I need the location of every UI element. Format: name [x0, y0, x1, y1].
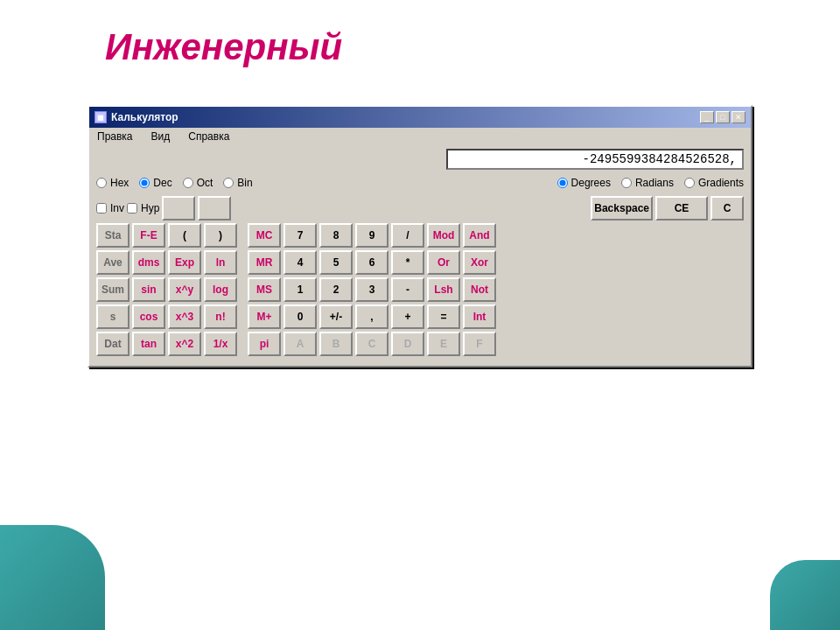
calculator-window: ▦ Калькулятор _ □ ✕ Правка Вид Справка -… [88, 105, 752, 368]
btn-xor[interactable]: Xor [463, 250, 496, 275]
btn-c-hex[interactable]: C [355, 332, 388, 356]
menu-item-pravka[interactable]: Правка [94, 130, 136, 144]
radio-oct[interactable]: Oct [183, 177, 214, 189]
btn-mplus[interactable]: M+ [248, 304, 281, 329]
btn-minus[interactable]: - [391, 277, 424, 302]
title-bar-left: ▦ Калькулятор [94, 111, 178, 123]
btn-backspace[interactable]: Backspace [591, 196, 653, 220]
btn-row-4: s cos x^3 n! M+ 0 +/- , + = Int [96, 304, 744, 329]
radio-gradients-input[interactable] [684, 178, 695, 188]
radio-dec-input[interactable] [139, 178, 150, 188]
btn-not[interactable]: Not [463, 277, 496, 302]
radio-gradients-label: Gradients [698, 177, 744, 189]
radio-radians-input[interactable] [621, 178, 632, 188]
btn-dat[interactable]: Dat [96, 332, 130, 356]
buttons-area: Inv Hyp Backspace CE C Sta F-E ( ) MC 7 … [89, 192, 751, 366]
btn-ms[interactable]: MS [248, 277, 281, 302]
btn-3[interactable]: 3 [355, 277, 388, 302]
menu-item-spravka[interactable]: Справка [186, 130, 232, 144]
radio-hex[interactable]: Hex [96, 177, 129, 189]
btn-e[interactable]: E [427, 332, 460, 356]
btn-pi[interactable]: pi [248, 332, 281, 356]
btn-multiply[interactable]: * [391, 250, 424, 275]
btn-5[interactable]: 5 [319, 250, 353, 275]
radio-gradients[interactable]: Gradients [684, 177, 744, 189]
btn-a[interactable]: A [284, 332, 317, 356]
btn-cos[interactable]: cos [132, 304, 165, 329]
btn-row-checkboxes: Inv Hyp Backspace CE C [96, 196, 744, 220]
btn-fe[interactable]: F-E [132, 223, 165, 248]
checkbox-inv-group: Inv [96, 196, 124, 220]
btn-or[interactable]: Or [427, 250, 460, 275]
radio-radians[interactable]: Radians [621, 177, 674, 189]
btn-xy[interactable]: x^y [168, 277, 201, 302]
window-title: Калькулятор [111, 111, 178, 123]
btn-exp[interactable]: Exp [168, 250, 201, 275]
btn-x2[interactable]: x^2 [168, 332, 201, 356]
bg-decoration-left [0, 525, 105, 630]
btn-7[interactable]: 7 [284, 223, 317, 248]
btn-plusminus[interactable]: +/- [319, 304, 353, 329]
btn-divide[interactable]: / [391, 223, 424, 248]
btn-tan[interactable]: tan [132, 332, 165, 356]
btn-ln[interactable]: ln [204, 250, 237, 275]
btn-lsh[interactable]: Lsh [427, 277, 460, 302]
radio-oct-input[interactable] [183, 178, 193, 188]
btn-1[interactable]: 1 [284, 277, 317, 302]
btn-sum[interactable]: Sum [96, 277, 130, 302]
btn-mc[interactable]: MC [248, 223, 281, 248]
btn-open-paren[interactable]: ( [168, 223, 201, 248]
app-icon: ▦ [94, 111, 107, 123]
btn-d[interactable]: D [391, 332, 424, 356]
radio-dec[interactable]: Dec [139, 177, 172, 189]
btn-b[interactable]: B [319, 332, 353, 356]
radio-bin-label: Bin [237, 177, 252, 189]
btn-0[interactable]: 0 [284, 304, 317, 329]
btn-factorial[interactable]: n! [204, 304, 237, 329]
radio-bin-input[interactable] [223, 178, 234, 188]
minimize-button[interactable]: _ [700, 111, 714, 123]
radio-degrees-label: Degrees [571, 177, 611, 189]
btn-sin[interactable]: sin [132, 277, 165, 302]
btn-close-paren[interactable]: ) [204, 223, 237, 248]
btn-mod[interactable]: Mod [427, 223, 460, 248]
btn-ce[interactable]: CE [655, 196, 708, 220]
btn-comma[interactable]: , [355, 304, 388, 329]
btn-2[interactable]: 2 [319, 277, 353, 302]
checkbox-hyp[interactable] [127, 203, 137, 214]
btn-f[interactable]: F [463, 332, 496, 356]
btn-9[interactable]: 9 [355, 223, 388, 248]
maximize-button[interactable]: □ [716, 111, 730, 123]
radio-degrees[interactable]: Degrees [557, 177, 611, 189]
btn-int[interactable]: Int [463, 304, 496, 329]
btn-6[interactable]: 6 [355, 250, 388, 275]
btn-4[interactable]: 4 [284, 250, 317, 275]
checkbox-hyp-group: Hyp [127, 196, 159, 220]
btn-equals[interactable]: = [427, 304, 460, 329]
menu-item-vid[interactable]: Вид [149, 130, 173, 144]
btn-dms[interactable]: dms [132, 250, 165, 275]
btn-plus[interactable]: + [391, 304, 424, 329]
btn-c[interactable]: C [710, 196, 744, 220]
btn-s[interactable]: s [96, 304, 130, 329]
radio-dec-label: Dec [153, 177, 172, 189]
checkbox-inv-label: Inv [110, 202, 124, 214]
radio-radians-label: Radians [635, 177, 674, 189]
btn-1x[interactable]: 1/x [204, 332, 237, 356]
btn-sta[interactable]: Sta [96, 223, 130, 248]
btn-and[interactable]: And [463, 223, 496, 248]
btn-row-1: Sta F-E ( ) MC 7 8 9 / Mod And [96, 223, 744, 248]
btn-mr[interactable]: MR [248, 250, 281, 275]
btn-ave[interactable]: Ave [96, 250, 130, 275]
btn-x3[interactable]: x^3 [168, 304, 201, 329]
radio-degrees-input[interactable] [557, 178, 568, 188]
close-button[interactable]: ✕ [732, 111, 746, 123]
checkbox-inv[interactable] [96, 203, 107, 214]
radio-hex-input[interactable] [96, 178, 107, 188]
radio-oct-label: Oct [197, 177, 214, 189]
btn-8[interactable]: 8 [319, 223, 353, 248]
spacer-box-1 [162, 196, 195, 220]
btn-log[interactable]: log [204, 277, 237, 302]
menu-bar: Правка Вид Справка [89, 128, 751, 145]
radio-bin[interactable]: Bin [223, 177, 252, 189]
